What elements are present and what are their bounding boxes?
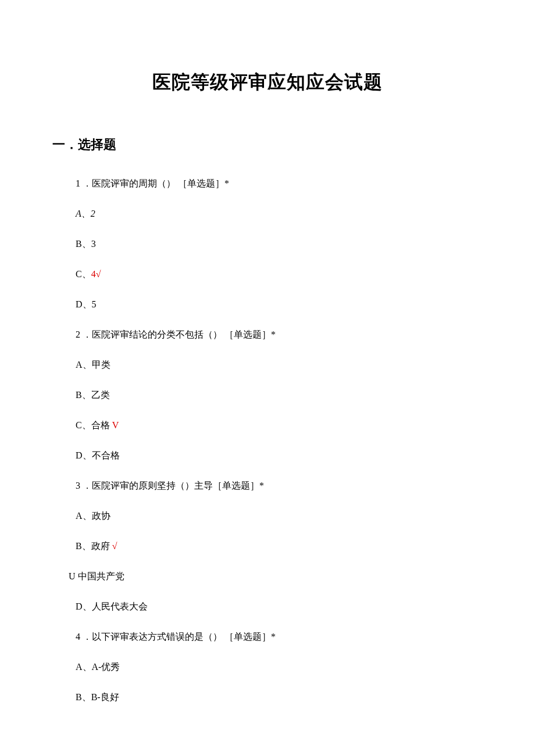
- question-2-text: 2 ．医院评审结论的分类不包括（） ［单选题］*: [76, 328, 483, 342]
- option-value: 2: [91, 209, 95, 218]
- question-block: 1 ．医院评审的周期（） ［单选题］* A、2 B、3 C、4√ D、5 2 ．…: [52, 177, 483, 704]
- question-1-option-b: B、3: [76, 237, 483, 251]
- question-2-option-d: D、不合格: [76, 449, 483, 463]
- document-title: 医院等级评审应知应会试题: [52, 70, 483, 95]
- question-1-option-a: A、2: [76, 207, 483, 221]
- correct-mark: 4√: [91, 269, 101, 279]
- option-prefix: C、合格: [76, 420, 112, 430]
- option-prefix: C、: [76, 269, 91, 279]
- question-4-option-a: A、A-优秀: [76, 660, 483, 674]
- question-3-option-d: D、人民代表大会: [76, 600, 483, 614]
- question-3-option-a: A、政协: [76, 509, 483, 523]
- question-4-text: 4 ．以下评审表达方式错误的是（） ［单选题］*: [76, 630, 483, 644]
- document-page: 医院等级评审应知应会试题 一．选择题 1 ．医院评审的周期（） ［单选题］* A…: [0, 0, 535, 755]
- question-3-option-c: U 中国共产党: [69, 569, 483, 583]
- question-2-option-c: C、合格 V: [76, 418, 483, 432]
- question-2-option-a: A、甲类: [76, 358, 483, 372]
- question-1-option-c: C、4√: [76, 267, 483, 281]
- question-3-option-b: B、政府 √: [76, 539, 483, 553]
- question-2-option-b: B、乙类: [76, 388, 483, 402]
- question-1-text: 1 ．医院评审的周期（） ［单选题］*: [76, 177, 483, 191]
- correct-mark: V: [112, 420, 119, 430]
- correct-mark: √: [112, 541, 117, 551]
- option-separator: 、: [81, 209, 91, 218]
- question-1-option-d: D、5: [76, 298, 483, 311]
- option-letter: A: [76, 209, 81, 218]
- section-header: 一．选择题: [52, 136, 483, 153]
- option-prefix: B、政府: [76, 541, 112, 551]
- question-4-option-b: B、B-良好: [76, 690, 483, 704]
- question-3-text: 3 ．医院评审的原则坚持（）主导［单选题］*: [76, 479, 483, 493]
